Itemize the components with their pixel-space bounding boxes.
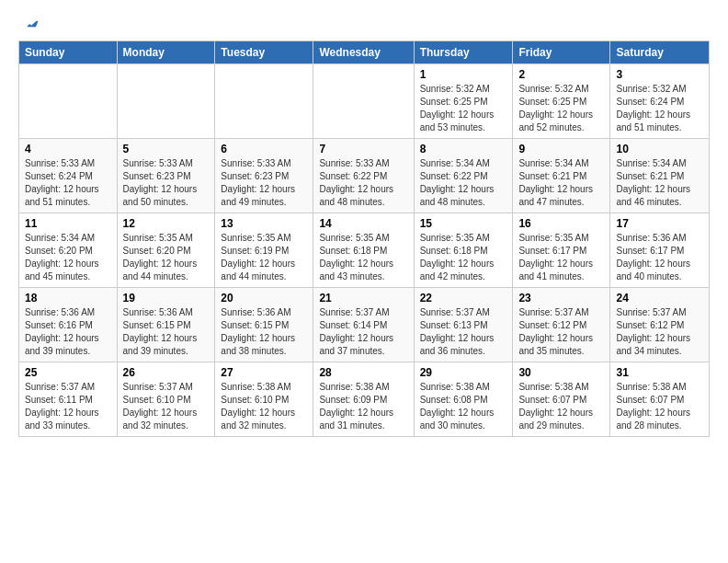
logo bbox=[18, 15, 40, 33]
day-info: Sunrise: 5:35 AM Sunset: 6:19 PM Dayligh… bbox=[221, 232, 307, 283]
day-number: 22 bbox=[420, 292, 507, 304]
day-number: 3 bbox=[616, 68, 703, 81]
day-number: 6 bbox=[221, 143, 307, 155]
day-number: 16 bbox=[518, 217, 604, 230]
day-info: Sunrise: 5:33 AM Sunset: 6:22 PM Dayligh… bbox=[319, 157, 407, 209]
day-number: 25 bbox=[25, 366, 111, 379]
calendar-cell: 2Sunrise: 5:32 AM Sunset: 6:25 PM Daylig… bbox=[513, 64, 610, 139]
calendar-cell: 30Sunrise: 5:38 AM Sunset: 6:07 PM Dayli… bbox=[513, 362, 610, 437]
day-number: 13 bbox=[221, 217, 307, 230]
day-info: Sunrise: 5:37 AM Sunset: 6:12 PM Dayligh… bbox=[518, 306, 604, 358]
day-number: 14 bbox=[319, 217, 407, 230]
day-number: 5 bbox=[123, 143, 210, 155]
day-header-friday: Friday bbox=[513, 41, 610, 64]
calendar-cell: 12Sunrise: 5:35 AM Sunset: 6:20 PM Dayli… bbox=[117, 213, 215, 288]
calendar-cell: 11Sunrise: 5:34 AM Sunset: 6:20 PM Dayli… bbox=[19, 213, 118, 288]
calendar-cell: 10Sunrise: 5:34 AM Sunset: 6:21 PM Dayli… bbox=[610, 139, 710, 213]
day-info: Sunrise: 5:36 AM Sunset: 6:17 PM Dayligh… bbox=[616, 232, 703, 283]
day-number: 17 bbox=[616, 217, 703, 230]
day-info: Sunrise: 5:35 AM Sunset: 6:18 PM Dayligh… bbox=[319, 232, 407, 283]
day-info: Sunrise: 5:32 AM Sunset: 6:24 PM Dayligh… bbox=[616, 83, 703, 134]
calendar-cell: 20Sunrise: 5:36 AM Sunset: 6:15 PM Dayli… bbox=[215, 288, 313, 362]
calendar-week-2: 4Sunrise: 5:33 AM Sunset: 6:24 PM Daylig… bbox=[19, 139, 710, 213]
calendar-week-1: 1Sunrise: 5:32 AM Sunset: 6:25 PM Daylig… bbox=[19, 64, 710, 139]
day-info: Sunrise: 5:33 AM Sunset: 6:23 PM Dayligh… bbox=[221, 157, 307, 209]
calendar-cell: 7Sunrise: 5:33 AM Sunset: 6:22 PM Daylig… bbox=[313, 139, 414, 213]
day-number: 8 bbox=[420, 143, 507, 155]
day-number: 4 bbox=[25, 143, 111, 155]
calendar-cell: 31Sunrise: 5:38 AM Sunset: 6:07 PM Dayli… bbox=[610, 362, 710, 437]
day-info: Sunrise: 5:34 AM Sunset: 6:22 PM Dayligh… bbox=[420, 157, 507, 209]
day-number: 29 bbox=[420, 366, 507, 379]
calendar-cell: 16Sunrise: 5:35 AM Sunset: 6:17 PM Dayli… bbox=[513, 213, 610, 288]
day-number: 10 bbox=[616, 143, 703, 155]
day-header-thursday: Thursday bbox=[414, 41, 513, 64]
day-number: 31 bbox=[616, 366, 703, 379]
day-number: 21 bbox=[319, 292, 407, 304]
day-number: 26 bbox=[123, 366, 210, 379]
calendar-cell: 28Sunrise: 5:38 AM Sunset: 6:09 PM Dayli… bbox=[313, 362, 414, 437]
day-number: 20 bbox=[221, 292, 307, 304]
day-info: Sunrise: 5:38 AM Sunset: 6:08 PM Dayligh… bbox=[420, 381, 507, 432]
calendar-cell: 21Sunrise: 5:37 AM Sunset: 6:14 PM Dayli… bbox=[313, 288, 414, 362]
calendar-cell: 29Sunrise: 5:38 AM Sunset: 6:08 PM Dayli… bbox=[414, 362, 513, 437]
day-header-wednesday: Wednesday bbox=[313, 41, 414, 64]
day-number: 19 bbox=[123, 292, 210, 304]
calendar-cell: 22Sunrise: 5:37 AM Sunset: 6:13 PM Dayli… bbox=[414, 288, 513, 362]
day-info: Sunrise: 5:35 AM Sunset: 6:18 PM Dayligh… bbox=[420, 232, 507, 283]
calendar-table: SundayMondayTuesdayWednesdayThursdayFrid… bbox=[18, 40, 710, 437]
day-number: 11 bbox=[25, 217, 111, 230]
calendar-body: 1Sunrise: 5:32 AM Sunset: 6:25 PM Daylig… bbox=[19, 64, 710, 437]
day-info: Sunrise: 5:37 AM Sunset: 6:11 PM Dayligh… bbox=[25, 381, 111, 432]
calendar-cell: 18Sunrise: 5:36 AM Sunset: 6:16 PM Dayli… bbox=[19, 288, 118, 362]
day-number: 28 bbox=[319, 366, 407, 379]
calendar-cell bbox=[19, 64, 118, 139]
calendar-cell bbox=[313, 64, 414, 139]
day-header-monday: Monday bbox=[117, 41, 215, 64]
day-info: Sunrise: 5:36 AM Sunset: 6:15 PM Dayligh… bbox=[221, 306, 307, 358]
day-number: 27 bbox=[221, 366, 307, 379]
calendar-cell: 24Sunrise: 5:37 AM Sunset: 6:12 PM Dayli… bbox=[610, 288, 710, 362]
calendar-cell: 19Sunrise: 5:36 AM Sunset: 6:15 PM Dayli… bbox=[117, 288, 215, 362]
calendar-week-4: 18Sunrise: 5:36 AM Sunset: 6:16 PM Dayli… bbox=[19, 288, 710, 362]
day-info: Sunrise: 5:35 AM Sunset: 6:20 PM Dayligh… bbox=[123, 232, 210, 283]
day-number: 2 bbox=[518, 68, 604, 81]
calendar-cell: 13Sunrise: 5:35 AM Sunset: 6:19 PM Dayli… bbox=[215, 213, 313, 288]
day-number: 30 bbox=[518, 366, 604, 379]
day-number: 23 bbox=[518, 292, 604, 304]
calendar-cell: 8Sunrise: 5:34 AM Sunset: 6:22 PM Daylig… bbox=[414, 139, 513, 213]
calendar-cell: 3Sunrise: 5:32 AM Sunset: 6:24 PM Daylig… bbox=[610, 64, 710, 139]
day-header-saturday: Saturday bbox=[610, 41, 710, 64]
calendar-cell: 26Sunrise: 5:37 AM Sunset: 6:10 PM Dayli… bbox=[117, 362, 215, 437]
day-info: Sunrise: 5:32 AM Sunset: 6:25 PM Dayligh… bbox=[518, 83, 604, 134]
day-number: 7 bbox=[319, 143, 407, 155]
calendar-cell: 4Sunrise: 5:33 AM Sunset: 6:24 PM Daylig… bbox=[19, 139, 118, 213]
day-number: 24 bbox=[616, 292, 703, 304]
day-number: 9 bbox=[518, 143, 604, 155]
day-number: 12 bbox=[123, 217, 210, 230]
day-info: Sunrise: 5:38 AM Sunset: 6:07 PM Dayligh… bbox=[518, 381, 604, 432]
calendar-cell: 9Sunrise: 5:34 AM Sunset: 6:21 PM Daylig… bbox=[513, 139, 610, 213]
calendar-cell: 25Sunrise: 5:37 AM Sunset: 6:11 PM Dayli… bbox=[19, 362, 118, 437]
calendar-week-5: 25Sunrise: 5:37 AM Sunset: 6:11 PM Dayli… bbox=[19, 362, 710, 437]
calendar-week-3: 11Sunrise: 5:34 AM Sunset: 6:20 PM Dayli… bbox=[19, 213, 710, 288]
day-info: Sunrise: 5:34 AM Sunset: 6:21 PM Dayligh… bbox=[616, 157, 703, 209]
day-info: Sunrise: 5:32 AM Sunset: 6:25 PM Dayligh… bbox=[420, 83, 507, 134]
calendar-cell bbox=[117, 64, 215, 139]
days-header-row: SundayMondayTuesdayWednesdayThursdayFrid… bbox=[19, 41, 710, 64]
calendar-cell: 27Sunrise: 5:38 AM Sunset: 6:10 PM Dayli… bbox=[215, 362, 313, 437]
day-info: Sunrise: 5:36 AM Sunset: 6:15 PM Dayligh… bbox=[123, 306, 210, 358]
day-info: Sunrise: 5:36 AM Sunset: 6:16 PM Dayligh… bbox=[25, 306, 111, 358]
page-header bbox=[18, 15, 710, 33]
day-header-sunday: Sunday bbox=[19, 41, 118, 64]
day-info: Sunrise: 5:33 AM Sunset: 6:24 PM Dayligh… bbox=[25, 157, 111, 209]
day-info: Sunrise: 5:37 AM Sunset: 6:10 PM Dayligh… bbox=[123, 381, 210, 432]
day-number: 18 bbox=[25, 292, 111, 304]
calendar-cell: 23Sunrise: 5:37 AM Sunset: 6:12 PM Dayli… bbox=[513, 288, 610, 362]
day-info: Sunrise: 5:38 AM Sunset: 6:10 PM Dayligh… bbox=[221, 381, 307, 432]
day-info: Sunrise: 5:34 AM Sunset: 6:21 PM Dayligh… bbox=[518, 157, 604, 209]
day-info: Sunrise: 5:37 AM Sunset: 6:13 PM Dayligh… bbox=[420, 306, 507, 358]
calendar-cell: 17Sunrise: 5:36 AM Sunset: 6:17 PM Dayli… bbox=[610, 213, 710, 288]
day-number: 15 bbox=[420, 217, 507, 230]
day-header-tuesday: Tuesday bbox=[215, 41, 313, 64]
